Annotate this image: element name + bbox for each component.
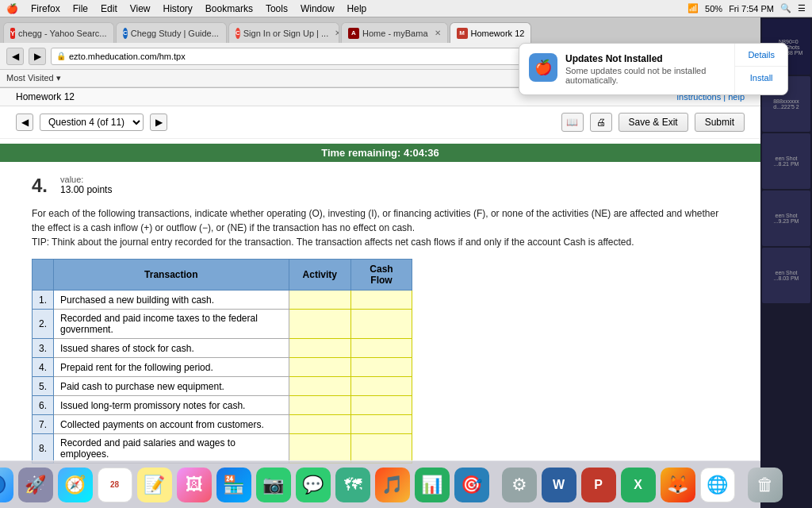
- question-dropdown[interactable]: Question 4 (of 11): [40, 114, 144, 131]
- dock-appstore[interactable]: 🏪: [216, 468, 251, 502]
- dock-music[interactable]: 🎵: [375, 468, 410, 502]
- menu-bookmarks[interactable]: Bookmarks: [205, 3, 253, 14]
- notification-install-button[interactable]: Install: [735, 67, 787, 89]
- tab-label-mybama: Home - myBama: [362, 29, 428, 38]
- dock-settings[interactable]: ⚙: [502, 468, 537, 502]
- table-row: 4. Prepaid rent for the following period…: [33, 358, 412, 377]
- clock: Fri 7:54 PM: [729, 4, 774, 13]
- row-transaction-8: Recorded and paid salaries and wages to …: [54, 434, 289, 464]
- menu-tools[interactable]: Tools: [266, 3, 288, 14]
- dock-facetime[interactable]: 📷: [256, 468, 291, 502]
- tab-favicon-mybama: A: [348, 28, 359, 39]
- table-header-cashflow: Cash Flow: [350, 260, 412, 291]
- menu-window[interactable]: Window: [301, 3, 335, 14]
- points-label: 13.00 points: [60, 184, 112, 195]
- row-cashflow-input-3[interactable]: [350, 339, 412, 358]
- notification-main: 🍎 Updates Not Installed Some updates cou…: [519, 44, 734, 94]
- transactions-table: Transaction Activity Cash Flow 1. Purcha…: [32, 259, 412, 464]
- row-cashflow-input-1[interactable]: [350, 291, 412, 310]
- row-cashflow-input-2[interactable]: [350, 310, 412, 339]
- sidebar-thumb-4[interactable]: een Shot...9.23 PM: [762, 190, 810, 246]
- row-activity-input-5[interactable]: [289, 377, 350, 396]
- tab-sign-in[interactable]: C Sign In or Sign Up | ... ✕: [228, 22, 339, 43]
- tab-close-sign-in[interactable]: ✕: [335, 29, 339, 37]
- row-cashflow-input-6[interactable]: [350, 396, 412, 415]
- menu-history[interactable]: History: [163, 3, 193, 14]
- menu-help[interactable]: Help: [347, 3, 367, 14]
- apple-menu[interactable]: 🍎: [6, 3, 18, 14]
- notification-details-button[interactable]: Details: [735, 44, 787, 67]
- back-button[interactable]: ◀: [6, 48, 24, 65]
- search-menu-icon[interactable]: 🔍: [780, 3, 791, 13]
- notification-app-icon: 🍎: [529, 53, 557, 82]
- dock-photos[interactable]: 🖼: [177, 468, 212, 502]
- row-num-2: 2.: [33, 310, 54, 339]
- table-row: 5. Paid cash to purchase new equipment.: [33, 377, 412, 396]
- tab-close-chegg-study[interactable]: ✕: [225, 29, 227, 37]
- menu-firefox[interactable]: Firefox: [31, 3, 60, 14]
- prev-question-button[interactable]: ◀: [16, 114, 33, 131]
- tab-homework[interactable]: M Homework 12: [450, 22, 532, 43]
- forward-button[interactable]: ▶: [29, 48, 46, 65]
- tab-chegg-study[interactable]: C Chegg Study | Guide... ✕: [116, 22, 227, 43]
- table-header-num: [33, 260, 54, 291]
- row-cashflow-input-7[interactable]: [350, 415, 412, 434]
- print-icon-button[interactable]: 🖨: [590, 113, 612, 132]
- dock-maps[interactable]: 🗺: [335, 468, 370, 502]
- row-transaction-5: Paid cash to purchase new equipment.: [54, 377, 289, 396]
- question-number: 4.: [32, 175, 48, 197]
- dock-keynote[interactable]: 🎯: [454, 468, 489, 502]
- dock-launchpad[interactable]: 🚀: [18, 468, 53, 502]
- book-icon-button[interactable]: 📖: [561, 113, 584, 132]
- save-exit-button[interactable]: Save & Exit: [619, 113, 688, 132]
- notification-actions: Details Install: [734, 44, 787, 94]
- next-question-button[interactable]: ▶: [150, 114, 167, 131]
- dock-calendar[interactable]: 28: [98, 468, 132, 502]
- menu-edit[interactable]: Edit: [101, 3, 117, 14]
- dock-trash[interactable]: 🗑: [748, 468, 783, 502]
- question-meta: value: 13.00 points: [60, 175, 112, 195]
- row-cashflow-input-4[interactable]: [350, 358, 412, 377]
- dock-messages[interactable]: 💬: [296, 468, 331, 502]
- most-visited-bookmark[interactable]: Most Visited ▾: [6, 73, 61, 83]
- table-row: 3. Issued shares of stock for cash.: [33, 339, 412, 358]
- dock-word[interactable]: W: [542, 468, 576, 502]
- submit-button[interactable]: Submit: [695, 113, 745, 132]
- tab-favicon-chegg: Y: [10, 28, 15, 39]
- row-activity-input-3[interactable]: [289, 339, 350, 358]
- row-activity-input-4[interactable]: [289, 358, 350, 377]
- tab-close-chegg-yahoo[interactable]: ✕: [113, 29, 114, 37]
- menu-file[interactable]: File: [73, 3, 88, 14]
- table-row: 2. Recorded and paid income taxes to the…: [33, 310, 412, 339]
- row-activity-input-1[interactable]: [289, 291, 350, 310]
- row-activity-input-6[interactable]: [289, 396, 350, 415]
- tab-close-mybama[interactable]: ✕: [435, 29, 441, 37]
- dock-firefox[interactable]: 🦊: [661, 468, 695, 502]
- dock-safari[interactable]: 🧭: [58, 468, 93, 502]
- row-cashflow-input-8[interactable]: [350, 434, 412, 464]
- row-activity-input-2[interactable]: [289, 310, 350, 339]
- dock-finder[interactable]: 🔵: [0, 468, 13, 502]
- dock-notes[interactable]: 📝: [137, 468, 172, 502]
- dock-numbers[interactable]: 📊: [415, 468, 450, 502]
- battery-status: 50%: [705, 4, 722, 13]
- control-center-icon[interactable]: ☰: [798, 3, 806, 13]
- row-activity-input-7[interactable]: [289, 415, 350, 434]
- tab-favicon-chegg-study: C: [123, 28, 128, 39]
- menu-view[interactable]: View: [130, 3, 151, 14]
- sidebar-thumb-3[interactable]: een Shot...8.21 PM: [762, 133, 810, 189]
- dock-powerpoint[interactable]: P: [581, 468, 616, 502]
- value-label: value:: [60, 175, 112, 184]
- row-cashflow-input-5[interactable]: [350, 377, 412, 396]
- tab-chegg-yahoo[interactable]: Y chegg - Yahoo Searc... ✕: [3, 22, 114, 43]
- dock-chrome[interactable]: 🌐: [700, 468, 735, 502]
- tab-mybama[interactable]: A Home - myBama ✕: [341, 22, 448, 43]
- row-activity-input-8[interactable]: [289, 434, 350, 464]
- dock-excel[interactable]: X: [621, 468, 656, 502]
- sidebar-thumb-5[interactable]: een Shot...8.03 PM: [762, 248, 810, 303]
- tab-favicon-sign-in: C: [236, 28, 240, 39]
- table-header-transaction: Transaction: [54, 260, 289, 291]
- menu-bar: 🍎 Firefox File Edit View History Bookmar…: [0, 0, 812, 17]
- question-body: 4. value: 13.00 points For each of the f…: [0, 167, 760, 471]
- question-instructions: For each of the following transactions, …: [32, 206, 729, 249]
